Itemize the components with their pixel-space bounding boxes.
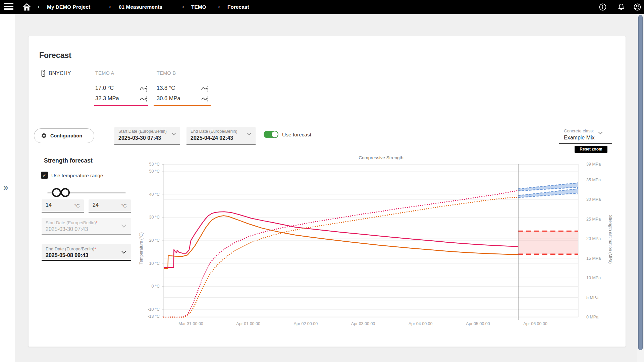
required-asterisk: * [96,220,98,225]
scrollbar-track[interactable] [637,14,644,362]
breadcrumb-project[interactable]: My DEMO Project [47,0,90,14]
svg-text:20 MPa: 20 MPa [586,236,601,241]
svg-text:5 MPa: 5 MPa [586,295,598,300]
temp-min-unit: °C [74,203,80,208]
concrete-class-value: Example Mix [564,135,595,141]
svg-text:Mar 31 00:00: Mar 31 00:00 [178,321,203,326]
svg-text:10 °C: 10 °C [149,261,160,266]
slider-handle-min[interactable] [52,188,61,197]
svg-text:Apr 05 00:00: Apr 05 00:00 [466,321,490,326]
panel-chart-divider [138,153,138,320]
end-date-select[interactable]: End Date (Europe/Berlin) 2025-04-24 02:4… [186,127,256,145]
svg-text:Strength estimation (MPa): Strength estimation (MPa) [608,215,613,263]
slider-handle-max[interactable] [61,188,70,197]
breadcrumb-separator: › [38,0,40,14]
page-title: Forecast [39,51,71,60]
svg-text:Apr 01 00:00: Apr 01 00:00 [236,321,260,326]
breadcrumb-separator: › [182,0,184,14]
svg-text:40 °C: 40 °C [149,192,160,197]
toggle-knob [272,131,278,137]
start-date-label: Start Date (Europe/Berlin) [118,129,167,134]
forecast-start-date-value: 2025-03-30 07:43 [46,226,88,232]
svg-text:0 °C: 0 °C [152,284,160,289]
chevron-down-icon [121,250,126,254]
forecast-start-date-label: Start Date (Europe/Berlin) [46,220,96,225]
breadcrumb-measurements[interactable]: 01 Measurements [119,0,162,14]
use-temperature-range-checkbox[interactable]: ✓ [41,172,48,179]
breadcrumb-forecast[interactable]: Forecast [227,0,249,14]
forecast-end-date-value: 2025-05-08 09:43 [46,252,88,258]
svg-text:-13 °C: -13 °C [148,314,160,319]
temo-a-strength-trend-icon[interactable] [140,96,148,103]
end-date-label: End Date (Europe/Berlin) [191,129,237,134]
temo-a-temperature-trend-icon[interactable] [140,85,148,92]
temp-max-unit: °C [121,203,127,208]
end-date-value: 2025-04-24 02:43 [191,135,233,141]
notifications-bell-icon[interactable] [617,3,625,11]
menu-icon[interactable] [4,3,14,11]
svg-text:25 MPa: 25 MPa [586,217,601,222]
scrollbar-thumb[interactable] [638,15,643,350]
svg-text:15 MPa: 15 MPa [586,256,601,261]
chevron-down-icon [598,131,603,134]
breadcrumb-temo[interactable]: TEMO [191,0,206,14]
use-forecast-toggle[interactable] [264,131,278,138]
forecast-start-date-select[interactable]: Start Date (Europe/Berlin)* 2025-03-30 0… [42,218,131,235]
configuration-button[interactable]: Configuration [34,128,94,143]
svg-text:20 °C: 20 °C [149,238,160,243]
temp-max-input[interactable] [93,202,113,208]
required-asterisk: * [94,246,96,251]
chevron-down-icon [247,132,252,135]
temp-max-field: °C [89,199,131,213]
svg-text:30 MPa: 30 MPa [586,197,601,202]
forecast-end-date-select[interactable]: End Date (Europe/Berlin)* 2025-05-08 09:… [42,244,131,261]
forecast-card: 53 °C50 °C40 °C30 °C20 °C10 °C0 °C-10 °C… [28,36,626,347]
svg-text:10 MPa: 10 MPa [586,276,601,280]
configuration-button-label: Configuration [50,133,82,138]
reset-zoom-button[interactable]: Reset zoom [575,146,607,153]
temo-b-temperature-trend-icon[interactable] [201,85,209,92]
sensor-name: BNYCHY [49,70,71,76]
temo-a-series-underline [94,105,148,106]
header-divider [29,121,626,121]
forecast-end-date-label: End Date (Europe/Berlin) [46,246,94,251]
svg-text:Apr 04 00:00: Apr 04 00:00 [409,321,433,326]
home-icon[interactable] [22,2,32,12]
temo-b-strength-trend-icon[interactable] [201,96,209,103]
svg-text:50 °C: 50 °C [149,169,160,174]
start-date-select[interactable]: Start Date (Europe/Berlin) 2025-03-30 07… [114,127,180,145]
svg-text:Apr 02 00:00: Apr 02 00:00 [294,321,318,326]
sensor-device-icon [41,70,46,77]
breadcrumb-separator: › [109,0,111,14]
temo-b-strength-value: 30.6 MPa [157,95,180,102]
temo-b-label: TEMO B [157,70,176,76]
temp-min-input[interactable] [46,202,66,208]
temo-b-temperature-value: 13.8 °C [157,85,175,91]
temo-a-temperature-value: 17.0 °C [95,85,114,91]
compressive-strength-chart[interactable]: 53 °C50 °C40 °C30 °C20 °C10 °C0 °C-10 °C… [29,36,626,347]
chevron-down-icon [171,132,176,135]
strength-forecast-panel-title: Strength forecast [44,157,93,164]
use-temperature-range-label: Use temperature range [51,173,103,178]
temp-min-field: °C [42,199,84,213]
use-forecast-label: Use forecast [282,132,311,138]
expand-sidebar-icon[interactable]: » [3,183,8,192]
svg-text:Temperature (°C): Temperature (°C) [139,232,144,264]
temo-a-label: TEMO A [95,70,114,76]
svg-text:-10 °C: -10 °C [148,307,160,312]
gear-icon [41,133,47,139]
info-icon[interactable] [599,3,607,11]
breadcrumb-separator: › [218,0,220,14]
account-icon[interactable] [633,3,641,11]
svg-text:Apr 06 00:00: Apr 06 00:00 [523,321,547,326]
svg-text:0 MPa: 0 MPa [586,315,598,319]
concrete-class-select[interactable]: Concrete class: Example Mix [559,127,612,144]
top-navigation-bar: › My DEMO Project › 01 Measurements › TE… [0,0,644,14]
chevron-down-icon [121,224,126,228]
concrete-class-label: Concrete class: [564,128,594,133]
temo-a-strength-value: 32.3 MPa [95,95,119,102]
svg-text:53 °C: 53 °C [149,162,160,167]
start-date-value: 2025-03-30 07:43 [118,135,161,141]
temo-b-series-underline [154,105,211,106]
svg-text:35 MPa: 35 MPa [586,178,601,182]
